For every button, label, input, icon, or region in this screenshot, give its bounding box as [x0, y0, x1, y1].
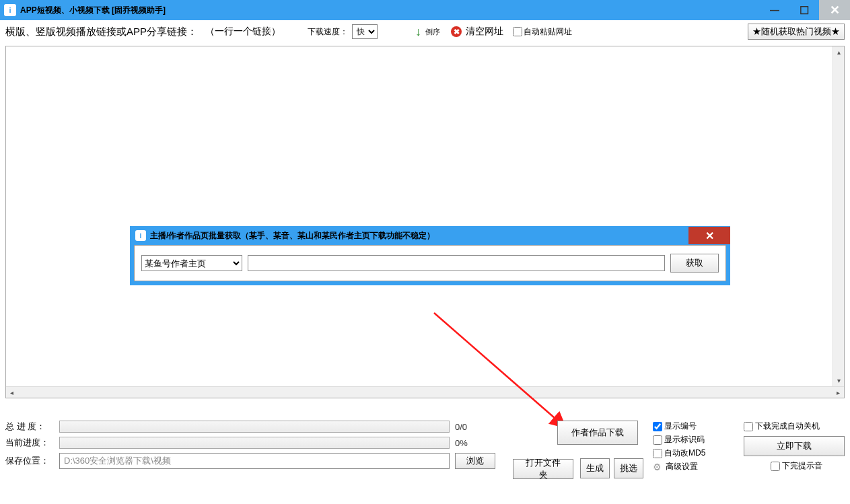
finish-sound-checkbox[interactable]: 下完提示音	[771, 460, 822, 472]
show-id-checkbox[interactable]: 显示标识码	[653, 434, 705, 445]
open-folder-button[interactable]: 打开文件夹	[513, 459, 573, 479]
advanced-settings-link[interactable]: ⚙高级设置	[653, 461, 705, 472]
scroll-down-icon[interactable]: ▾	[833, 375, 844, 386]
batch-fetch-dialog: i 主播/作者作品页批量获取（某手、某音、某山和某民作者主页下载功能不稳定） ✕…	[130, 226, 730, 285]
app-icon: i	[4, 4, 16, 16]
titlebar: i APP短视频、小视频下载 [固乔视频助手] — ☐ ✕	[0, 0, 850, 20]
link-hint: （一行一个链接）	[205, 26, 281, 38]
current-progress-bar	[59, 437, 450, 449]
dialog-close-button[interactable]: ✕	[688, 227, 730, 244]
current-progress-text: 0%	[455, 438, 468, 448]
minimize-button[interactable]: —	[760, 0, 789, 20]
download-now-button[interactable]: 立即下载	[744, 436, 845, 456]
toolbar: 横版、竖版视频播放链接或APP分享链接： （一行一个链接） 下载速度： 快 ↓ …	[0, 20, 850, 43]
auto-paste-checkbox[interactable]: 自动粘贴网址	[513, 26, 572, 38]
random-hot-button[interactable]: ★随机获取热门视频★	[748, 24, 845, 40]
speed-select[interactable]: 快	[352, 24, 378, 39]
dialog-title: 主播/作者作品页批量获取（某手、某音、某山和某民作者主页下载功能不稳定）	[150, 230, 435, 242]
reverse-label[interactable]: 倒序	[425, 28, 440, 35]
bottom-panel: 总 进 度： 0/0 当前进度： 0% 保存位置： 浏览 作者作品下载 打开文件…	[5, 421, 845, 499]
dialog-icon: i	[135, 230, 146, 241]
arrow-down-icon[interactable]: ↓	[415, 25, 421, 39]
save-path-input[interactable]	[59, 453, 450, 469]
right-actions: 下载完成自动关机 立即下载 下完提示音	[744, 421, 845, 472]
auto-md5-checkbox[interactable]: 自动改MD5	[653, 447, 705, 459]
browse-button[interactable]: 浏览	[455, 453, 495, 469]
gear-icon: ⚙	[653, 462, 662, 472]
author-download-button[interactable]: 作者作品下载	[557, 421, 638, 445]
scroll-right-icon[interactable]: ▸	[833, 387, 844, 398]
scroll-left-icon[interactable]: ◂	[6, 387, 17, 398]
scrollbar-horizontal[interactable]: ◂ ▸	[6, 386, 844, 398]
maximize-button[interactable]: ☐	[789, 0, 819, 20]
dialog-body: 某鱼号作者主页 获取	[134, 245, 726, 281]
total-progress-text: 0/0	[455, 422, 467, 432]
generate-button[interactable]: 生成	[580, 458, 610, 478]
total-progress-label: 总 进 度：	[5, 421, 54, 433]
total-progress-bar	[59, 421, 450, 433]
pick-button[interactable]: 挑选	[614, 458, 643, 478]
scroll-up-icon[interactable]: ▴	[833, 46, 844, 58]
close-button[interactable]: ✕	[819, 0, 850, 20]
clear-url-label[interactable]: 清空网址	[466, 26, 503, 38]
current-progress-label: 当前进度：	[5, 437, 54, 449]
clear-icon[interactable]: ✖	[451, 26, 462, 37]
scrollbar-vertical[interactable]: ▴ ▾	[833, 46, 844, 386]
author-url-input[interactable]	[248, 255, 665, 271]
window-title: APP短视频、小视频下载 [固乔视频助手]	[20, 5, 166, 16]
show-index-checkbox[interactable]: 显示编号	[653, 421, 705, 432]
source-select[interactable]: 某鱼号作者主页	[141, 255, 242, 271]
options-column: 显示编号 显示标识码 自动改MD5 ⚙高级设置	[653, 421, 705, 472]
speed-label: 下载速度：	[308, 26, 348, 38]
auto-shutdown-checkbox[interactable]: 下载完成自动关机	[744, 421, 820, 432]
link-label: 横版、竖版视频播放链接或APP分享链接：	[5, 26, 197, 38]
dialog-titlebar: i 主播/作者作品页批量获取（某手、某音、某山和某民作者主页下载功能不稳定） ✕	[130, 226, 730, 245]
fetch-button[interactable]: 获取	[670, 254, 719, 273]
save-path-label: 保存位置：	[5, 455, 54, 467]
url-textarea[interactable]: ▴ ▾ ◂ ▸	[5, 46, 845, 398]
